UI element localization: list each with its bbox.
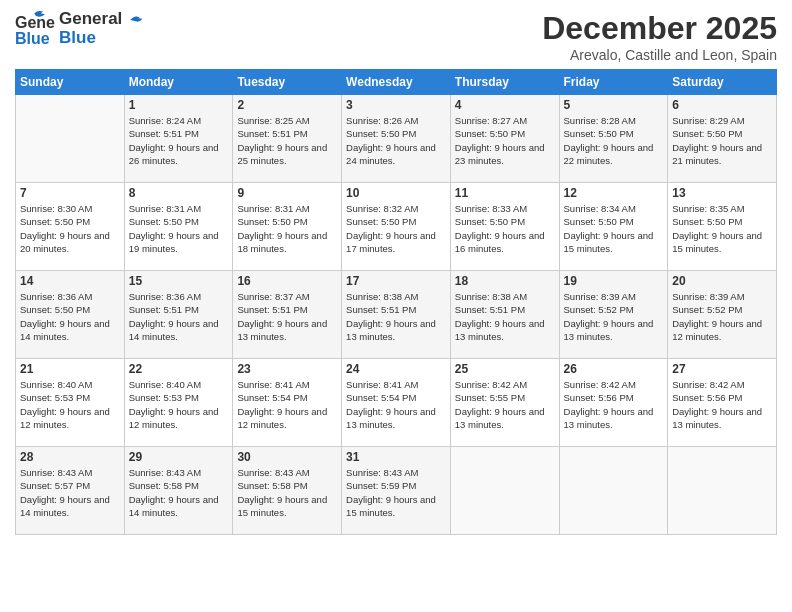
day-number: 26 <box>564 362 664 376</box>
calendar-cell: 26Sunrise: 8:42 AM Sunset: 5:56 PM Dayli… <box>559 359 668 447</box>
calendar-cell: 27Sunrise: 8:42 AM Sunset: 5:56 PM Dayli… <box>668 359 777 447</box>
day-number: 5 <box>564 98 664 112</box>
calendar-cell: 12Sunrise: 8:34 AM Sunset: 5:50 PM Dayli… <box>559 183 668 271</box>
day-info: Sunrise: 8:37 AM Sunset: 5:51 PM Dayligh… <box>237 290 337 343</box>
day-info: Sunrise: 8:43 AM Sunset: 5:58 PM Dayligh… <box>129 466 229 519</box>
calendar-cell: 14Sunrise: 8:36 AM Sunset: 5:50 PM Dayli… <box>16 271 125 359</box>
day-number: 21 <box>20 362 120 376</box>
day-number: 4 <box>455 98 555 112</box>
day-number: 7 <box>20 186 120 200</box>
week-row-1: 1Sunrise: 8:24 AM Sunset: 5:51 PM Daylig… <box>16 95 777 183</box>
day-info: Sunrise: 8:30 AM Sunset: 5:50 PM Dayligh… <box>20 202 120 255</box>
day-number: 24 <box>346 362 446 376</box>
day-info: Sunrise: 8:28 AM Sunset: 5:50 PM Dayligh… <box>564 114 664 167</box>
day-number: 28 <box>20 450 120 464</box>
calendar-cell: 23Sunrise: 8:41 AM Sunset: 5:54 PM Dayli… <box>233 359 342 447</box>
day-info: Sunrise: 8:43 AM Sunset: 5:59 PM Dayligh… <box>346 466 446 519</box>
svg-text:General: General <box>15 14 55 31</box>
calendar-cell: 8Sunrise: 8:31 AM Sunset: 5:50 PM Daylig… <box>124 183 233 271</box>
calendar-cell: 21Sunrise: 8:40 AM Sunset: 5:53 PM Dayli… <box>16 359 125 447</box>
day-number: 25 <box>455 362 555 376</box>
calendar-cell <box>450 447 559 535</box>
page-header: General Blue General Blue Decembe <box>15 10 777 63</box>
day-number: 8 <box>129 186 229 200</box>
logo-line2: Blue <box>59 29 149 48</box>
day-info: Sunrise: 8:38 AM Sunset: 5:51 PM Dayligh… <box>346 290 446 343</box>
calendar-cell: 17Sunrise: 8:38 AM Sunset: 5:51 PM Dayli… <box>342 271 451 359</box>
day-info: Sunrise: 8:41 AM Sunset: 5:54 PM Dayligh… <box>346 378 446 431</box>
day-number: 31 <box>346 450 446 464</box>
day-info: Sunrise: 8:32 AM Sunset: 5:50 PM Dayligh… <box>346 202 446 255</box>
calendar-cell <box>559 447 668 535</box>
day-info: Sunrise: 8:43 AM Sunset: 5:58 PM Dayligh… <box>237 466 337 519</box>
day-number: 27 <box>672 362 772 376</box>
day-number: 19 <box>564 274 664 288</box>
calendar-cell: 15Sunrise: 8:36 AM Sunset: 5:51 PM Dayli… <box>124 271 233 359</box>
day-info: Sunrise: 8:31 AM Sunset: 5:50 PM Dayligh… <box>129 202 229 255</box>
page-title: December 2025 <box>542 10 777 47</box>
page-container: General Blue General Blue Decembe <box>0 0 792 545</box>
calendar-cell: 10Sunrise: 8:32 AM Sunset: 5:50 PM Dayli… <box>342 183 451 271</box>
weekday-header-sunday: Sunday <box>16 70 125 95</box>
day-number: 16 <box>237 274 337 288</box>
calendar-cell: 25Sunrise: 8:42 AM Sunset: 5:55 PM Dayli… <box>450 359 559 447</box>
calendar-cell <box>16 95 125 183</box>
day-info: Sunrise: 8:40 AM Sunset: 5:53 PM Dayligh… <box>20 378 120 431</box>
calendar-cell: 4Sunrise: 8:27 AM Sunset: 5:50 PM Daylig… <box>450 95 559 183</box>
day-info: Sunrise: 8:42 AM Sunset: 5:56 PM Dayligh… <box>564 378 664 431</box>
calendar-cell: 3Sunrise: 8:26 AM Sunset: 5:50 PM Daylig… <box>342 95 451 183</box>
day-number: 9 <box>237 186 337 200</box>
calendar-cell: 20Sunrise: 8:39 AM Sunset: 5:52 PM Dayli… <box>668 271 777 359</box>
day-number: 20 <box>672 274 772 288</box>
day-number: 6 <box>672 98 772 112</box>
day-number: 11 <box>455 186 555 200</box>
day-info: Sunrise: 8:42 AM Sunset: 5:55 PM Dayligh… <box>455 378 555 431</box>
day-info: Sunrise: 8:33 AM Sunset: 5:50 PM Dayligh… <box>455 202 555 255</box>
day-number: 3 <box>346 98 446 112</box>
title-block: December 2025 Arevalo, Castille and Leon… <box>542 10 777 63</box>
weekday-header-saturday: Saturday <box>668 70 777 95</box>
weekday-header-friday: Friday <box>559 70 668 95</box>
weekday-header-wednesday: Wednesday <box>342 70 451 95</box>
day-info: Sunrise: 8:35 AM Sunset: 5:50 PM Dayligh… <box>672 202 772 255</box>
day-info: Sunrise: 8:41 AM Sunset: 5:54 PM Dayligh… <box>237 378 337 431</box>
page-subtitle: Arevalo, Castille and Leon, Spain <box>542 47 777 63</box>
calendar-cell: 29Sunrise: 8:43 AM Sunset: 5:58 PM Dayli… <box>124 447 233 535</box>
logo: General Blue General Blue <box>15 10 149 48</box>
day-number: 17 <box>346 274 446 288</box>
day-info: Sunrise: 8:29 AM Sunset: 5:50 PM Dayligh… <box>672 114 772 167</box>
day-info: Sunrise: 8:38 AM Sunset: 5:51 PM Dayligh… <box>455 290 555 343</box>
day-number: 12 <box>564 186 664 200</box>
bird-icon <box>129 13 149 27</box>
week-row-3: 14Sunrise: 8:36 AM Sunset: 5:50 PM Dayli… <box>16 271 777 359</box>
calendar-cell: 7Sunrise: 8:30 AM Sunset: 5:50 PM Daylig… <box>16 183 125 271</box>
calendar-cell: 24Sunrise: 8:41 AM Sunset: 5:54 PM Dayli… <box>342 359 451 447</box>
day-info: Sunrise: 8:39 AM Sunset: 5:52 PM Dayligh… <box>672 290 772 343</box>
day-info: Sunrise: 8:40 AM Sunset: 5:53 PM Dayligh… <box>129 378 229 431</box>
calendar-cell: 16Sunrise: 8:37 AM Sunset: 5:51 PM Dayli… <box>233 271 342 359</box>
day-info: Sunrise: 8:27 AM Sunset: 5:50 PM Dayligh… <box>455 114 555 167</box>
day-info: Sunrise: 8:31 AM Sunset: 5:50 PM Dayligh… <box>237 202 337 255</box>
calendar-cell: 13Sunrise: 8:35 AM Sunset: 5:50 PM Dayli… <box>668 183 777 271</box>
day-info: Sunrise: 8:43 AM Sunset: 5:57 PM Dayligh… <box>20 466 120 519</box>
calendar-cell: 31Sunrise: 8:43 AM Sunset: 5:59 PM Dayli… <box>342 447 451 535</box>
week-row-5: 28Sunrise: 8:43 AM Sunset: 5:57 PM Dayli… <box>16 447 777 535</box>
calendar-body: 1Sunrise: 8:24 AM Sunset: 5:51 PM Daylig… <box>16 95 777 535</box>
day-number: 14 <box>20 274 120 288</box>
day-info: Sunrise: 8:39 AM Sunset: 5:52 PM Dayligh… <box>564 290 664 343</box>
day-number: 30 <box>237 450 337 464</box>
day-info: Sunrise: 8:25 AM Sunset: 5:51 PM Dayligh… <box>237 114 337 167</box>
day-number: 13 <box>672 186 772 200</box>
calendar-cell <box>668 447 777 535</box>
day-number: 10 <box>346 186 446 200</box>
day-number: 1 <box>129 98 229 112</box>
weekday-header-monday: Monday <box>124 70 233 95</box>
week-row-4: 21Sunrise: 8:40 AM Sunset: 5:53 PM Dayli… <box>16 359 777 447</box>
calendar-cell: 11Sunrise: 8:33 AM Sunset: 5:50 PM Dayli… <box>450 183 559 271</box>
weekday-header-row: SundayMondayTuesdayWednesdayThursdayFrid… <box>16 70 777 95</box>
weekday-header-thursday: Thursday <box>450 70 559 95</box>
weekday-header-tuesday: Tuesday <box>233 70 342 95</box>
calendar-cell: 19Sunrise: 8:39 AM Sunset: 5:52 PM Dayli… <box>559 271 668 359</box>
week-row-2: 7Sunrise: 8:30 AM Sunset: 5:50 PM Daylig… <box>16 183 777 271</box>
day-number: 29 <box>129 450 229 464</box>
